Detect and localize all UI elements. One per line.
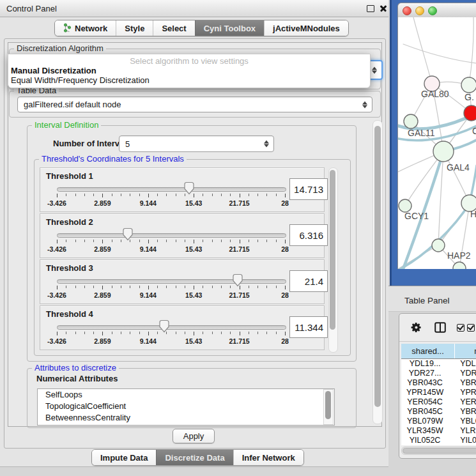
threshold-slider[interactable]: -3.4262.8599.14415.4321.71528 (57, 320, 286, 348)
tick-mark (148, 194, 149, 197)
network-node-hap2[interactable] (432, 239, 445, 252)
slider-track[interactable] (57, 233, 286, 238)
minimize-traffic-light[interactable] (415, 6, 424, 15)
slider-track[interactable] (57, 325, 286, 330)
tick-mark (176, 286, 176, 288)
table-body: YDL19...YDL1YDR27...YDR2YBR043CYBR0YPR14… (401, 359, 476, 445)
column-header-name[interactable]: na (455, 344, 476, 358)
checkbox-icon[interactable] (467, 324, 475, 332)
tab-cyni-toolbox[interactable]: Cyni Toolbox (195, 20, 264, 36)
thresholds-scrollbar[interactable] (328, 167, 338, 353)
column-header-shared-name[interactable]: shared... (401, 344, 455, 358)
scale-label: 21.715 (220, 245, 259, 253)
threshold-slider[interactable]: -3.4262.8599.14415.4321.71528 (57, 228, 286, 256)
threshold-value-field[interactable]: 14.713 (289, 178, 328, 200)
threshold-value-field[interactable]: 6.316 (289, 224, 328, 246)
combo-arrows-icon[interactable] (264, 141, 269, 148)
tab-label: Style (125, 24, 144, 33)
slider-thumb[interactable] (232, 273, 243, 287)
tab-style[interactable]: Style (116, 20, 153, 36)
scrollbar-thumb[interactable] (374, 126, 381, 407)
group-title: Interval Definition (32, 120, 101, 130)
split-columns-icon[interactable] (434, 322, 446, 333)
checkbox-icon[interactable] (457, 324, 464, 332)
scale-label: 21.715 (220, 199, 259, 207)
tick-mark (157, 240, 158, 242)
tab-network[interactable]: Network (55, 20, 116, 36)
tab-select[interactable]: Select (153, 20, 194, 36)
tab-label: Network (75, 24, 107, 33)
algorithm-option-equal-width-frequency-discretization[interactable]: Equal Width/Frequency Discretization (11, 75, 150, 85)
attributes-scrollbar[interactable] (323, 389, 334, 425)
threshold-value-field[interactable]: 21.4 (289, 270, 328, 292)
table-row[interactable]: YBR045CYBR0 (401, 407, 476, 417)
table-horizontal-scrollbar[interactable] (401, 447, 476, 455)
apply-button[interactable]: Apply (173, 429, 215, 443)
scale-label: 15.43 (174, 337, 213, 345)
tab-label: Select (162, 24, 186, 33)
cell-name: YER0 (449, 397, 476, 407)
combo-arrows-icon[interactable] (362, 101, 367, 108)
table-data-combobox[interactable]: galFiltered.sif default node (17, 96, 372, 112)
tab-impute-data[interactable]: Impute Data (92, 450, 156, 465)
tab-jactivemnodules[interactable]: jActiveMNodules (264, 20, 348, 36)
table-row[interactable]: YIL052CYIL0 (401, 436, 476, 445)
float-window-icon[interactable] (367, 5, 374, 12)
scrollbar-thumb[interactable] (325, 391, 331, 419)
tick-mark (194, 332, 194, 335)
list-item-betweennesscentrality[interactable]: BetweennessCentrality (38, 412, 334, 424)
network-node-gcy1[interactable] (399, 199, 411, 212)
table-panel-title: Table Panel (404, 296, 450, 305)
network-node-c[interactable] (464, 105, 476, 121)
combo-arrows-icon[interactable] (372, 66, 377, 73)
list-item-selfloops[interactable]: SelfLoops (38, 389, 334, 401)
num-intervals-combobox[interactable]: 5 (119, 135, 274, 152)
slider-track[interactable] (57, 279, 286, 284)
network-node-gal11[interactable] (404, 114, 418, 128)
network-node-gal4[interactable] (433, 141, 454, 162)
tick-mark (240, 240, 240, 243)
tick-mark (75, 240, 76, 242)
threshold-value-field[interactable]: 11.344 (289, 316, 328, 338)
scrollbar-thumb[interactable] (403, 448, 476, 454)
cell-shared-name: YDR27... (401, 369, 449, 378)
cell-name: YPR1 (449, 388, 476, 397)
threshold-panels: Threshold 1-3.4262.8599.14415.4321.71528… (40, 167, 325, 351)
network-canvas[interactable]: GAL80G.CGAL11GAL4GCY1HHAP2 (397, 17, 476, 269)
table-row[interactable]: YDR27...YDR2 (401, 369, 476, 378)
numerical-attributes-list[interactable]: SelfLoopsTopologicalCoefficientBetweenne… (37, 388, 335, 426)
zoom-traffic-light[interactable] (428, 6, 437, 15)
slider-track[interactable] (57, 187, 286, 192)
slider-thumb[interactable] (183, 181, 195, 195)
tick-mark (166, 286, 167, 288)
tick-mark (176, 194, 176, 196)
table-row[interactable]: YBR043CYBR0 (401, 378, 476, 388)
threshold-label: Threshold 1 (46, 171, 93, 181)
table-row[interactable]: YPR145WYPR1 (401, 388, 476, 397)
network-window-titlebar[interactable] (397, 3, 476, 19)
settings-scrollbar[interactable] (372, 120, 383, 424)
slider-thumb[interactable] (158, 319, 170, 333)
tab-discretize-data[interactable]: Discretize Data (156, 450, 233, 465)
list-item-topologicalcoefficient[interactable]: TopologicalCoefficient (38, 401, 334, 412)
algorithm-option-manual-discretization[interactable]: Manual Discretization (11, 66, 96, 75)
cell-shared-name: YIL052C (401, 436, 449, 445)
table-row[interactable]: YDL19...YDL1 (401, 359, 476, 369)
tick-mark (139, 240, 140, 242)
group-title: Attributes to discretize (32, 363, 119, 372)
table-row[interactable]: YLR345WYLR3 (401, 426, 476, 436)
gear-icon[interactable] (410, 321, 422, 334)
close-icon[interactable] (379, 4, 388, 13)
threshold-slider[interactable]: -3.4262.8599.14415.4321.71528 (57, 274, 286, 302)
table-row[interactable]: YER054CYER0 (401, 397, 476, 407)
threshold-slider[interactable]: -3.4262.8599.14415.4321.71528 (57, 182, 286, 210)
table-row[interactable]: YBL079WYBL0 (401, 417, 476, 426)
close-traffic-light[interactable] (403, 6, 411, 15)
tab-infer-network[interactable]: Infer Network (233, 450, 303, 465)
network-node-g[interactable] (461, 77, 476, 93)
tick-mark (157, 332, 158, 334)
scrollbar-thumb[interactable] (330, 170, 335, 330)
tick-mark (121, 286, 121, 288)
cell-name: YDL1 (449, 359, 476, 369)
slider-thumb[interactable] (122, 227, 134, 241)
